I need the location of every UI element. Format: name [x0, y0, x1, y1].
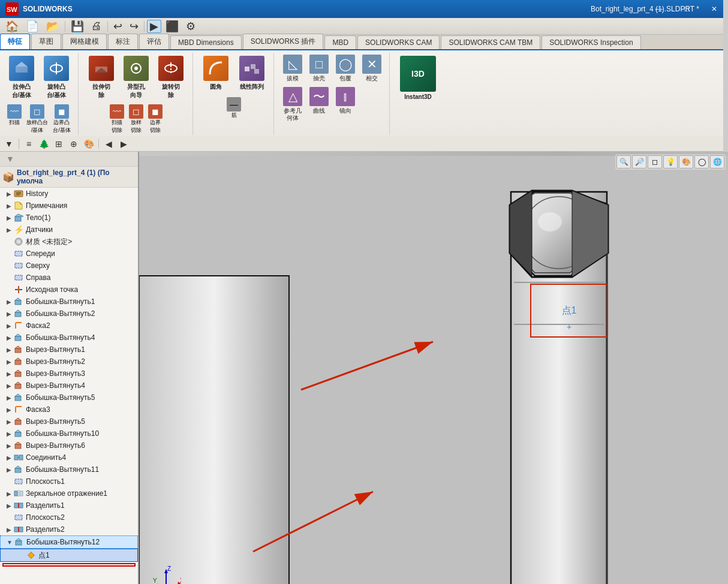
- tree-item-material[interactable]: ▶ 材质 <未指定>: [0, 236, 138, 248]
- tree-item-fillet3[interactable]: ▶ Фаска3: [0, 404, 138, 416]
- svg-marker-52: [15, 442, 21, 444]
- tab-mesh-modeling[interactable]: 网格建模: [62, 34, 107, 49]
- intersect-button[interactable]: ✕ 相交: [359, 53, 384, 84]
- hole-wizard-button[interactable]: 异型孔向导: [119, 53, 153, 103]
- window-controls: — □ ✕: [645, 0, 728, 18]
- tree-item-split1[interactable]: ▶ Разделить1: [0, 499, 138, 511]
- sweep-button[interactable]: 〰 扫描: [5, 104, 23, 135]
- view-btn-3[interactable]: ◻: [648, 155, 662, 168]
- tree-item-notes[interactable]: ▶ Примечания: [0, 200, 138, 212]
- view-btn-7[interactable]: 🌐: [710, 155, 724, 168]
- settings-button[interactable]: ⚙: [183, 20, 198, 33]
- tab-mbd[interactable]: MBD: [324, 35, 356, 49]
- stb-filter-button[interactable]: ▼: [2, 138, 16, 150]
- tab-sketch[interactable]: 草图: [31, 34, 61, 49]
- tree-item-boss5[interactable]: ▶ Бобышка-Вытянуть5: [0, 392, 138, 404]
- wrap-button[interactable]: ◯ 包覆: [333, 53, 358, 84]
- revolve-boss-button[interactable]: 旋转凸台/基体: [40, 53, 73, 103]
- tree-item-boss2[interactable]: ▶ Бобышка-Вытянуть2: [0, 308, 138, 320]
- tree-item-boss1[interactable]: ▶ Бобышка-Вытянуть1: [0, 296, 138, 308]
- tree-item-point1[interactable]: ▶ 点1: [0, 549, 138, 562]
- tab-sw-plugins[interactable]: SOLIDWORKS 插件: [243, 34, 324, 49]
- curve-button[interactable]: 〜 曲线: [306, 85, 332, 124]
- home-button[interactable]: 🏠: [2, 20, 22, 33]
- tree-item-mirror1[interactable]: ▶ Зеркальное отражение1: [0, 487, 138, 499]
- tree-item-top[interactable]: ▶ Сверху: [0, 260, 138, 272]
- tree-item-cut1[interactable]: ▶ Вырез-Вытянуть1: [0, 344, 138, 356]
- instant3d-button[interactable]: I3D Instant3D: [396, 53, 440, 103]
- tab-features[interactable]: 特征: [0, 34, 30, 49]
- tree-item-cut5[interactable]: ▶ Вырез-Вытянуть5: [0, 416, 138, 428]
- stb-tree-button[interactable]: 🌲: [37, 138, 50, 150]
- stb-list-button[interactable]: ≡: [22, 138, 35, 150]
- extrude-boss-button[interactable]: 拉伸凸台/基体: [5, 53, 38, 103]
- stb-next-button[interactable]: ▶: [117, 138, 130, 150]
- open-button[interactable]: 📂: [43, 20, 62, 33]
- tree-item-plane1[interactable]: ▶ Плоскость1: [0, 475, 138, 487]
- tree-item-cut3[interactable]: ▶ Вырез-Вытянуть3: [0, 368, 138, 380]
- tab-sw-cam[interactable]: SOLIDWORKS CAM: [357, 35, 440, 49]
- view-btn-2[interactable]: 🔎: [632, 155, 646, 168]
- loft-cut-button[interactable]: ◻ 放样切除: [127, 104, 145, 135]
- redo-button[interactable]: ↪: [127, 20, 142, 33]
- boss10-label: Бобышка-Вытянуть10: [26, 429, 99, 438]
- tree-item-sensors[interactable]: ▶ ⚡ Датчики: [0, 224, 138, 236]
- view-btn-5[interactable]: 🎨: [679, 155, 693, 168]
- mirror-button[interactable]: ⫿ 镜向: [333, 85, 358, 124]
- tree-item-boss10[interactable]: ▶ Бобышка-Вытянуть10: [0, 428, 138, 439]
- view-btn-6[interactable]: ◯: [694, 155, 709, 168]
- tree-item-fillet2[interactable]: ▶ Фаска2: [0, 320, 138, 332]
- tree-item-solid[interactable]: ▶ Тело(1): [0, 212, 138, 224]
- save-button[interactable]: 💾: [68, 20, 87, 33]
- tab-evaluate[interactable]: 评估: [139, 34, 169, 49]
- view-btn-4[interactable]: 💡: [663, 155, 678, 168]
- maximize-button[interactable]: □: [673, 0, 700, 18]
- boundary-boss-button[interactable]: ◼ 边界凸台/基体: [51, 104, 73, 135]
- tree-item-boss12[interactable]: ▼ Бобышка-Вытянуть12: [0, 535, 138, 549]
- stop-button[interactable]: ⬛: [163, 20, 182, 33]
- shell-button[interactable]: □ 抽壳: [306, 53, 332, 84]
- tab-sw-inspection[interactable]: SOLIDWORKS Inspection: [542, 35, 640, 49]
- select-button[interactable]: ▶: [147, 20, 161, 33]
- rib-button[interactable]: — 筋: [225, 97, 243, 120]
- draft-button[interactable]: ◺ 拔模: [280, 53, 305, 84]
- canvas-area[interactable]: 点1 + 🔍 🔎 ◻ 💡: [139, 152, 728, 584]
- new-button[interactable]: 📄: [23, 20, 42, 33]
- tree-item-join4[interactable]: ▶ Соединить4: [0, 451, 138, 463]
- tab-mbd-dim[interactable]: MBD Dimensions: [170, 35, 242, 49]
- tab-markup[interactable]: 标注: [108, 34, 138, 49]
- tree-item-boss4[interactable]: ▶ Бобышка-Вытянуть4: [0, 332, 138, 344]
- tab-sw-cam-tbm[interactable]: SOLIDWORKS CAM TBM: [441, 35, 540, 49]
- expand-icon-fillet3: ▶: [5, 405, 13, 414]
- stb-prev-button[interactable]: ◀: [102, 138, 115, 150]
- revolve-cut-button[interactable]: 旋转切除: [154, 53, 188, 103]
- stb-grid-button[interactable]: ⊞: [52, 138, 65, 150]
- fillet-button[interactable]: 圆角: [199, 53, 233, 94]
- tree-item-right[interactable]: ▶ Справа: [0, 272, 138, 284]
- print-button[interactable]: 🖨: [88, 20, 105, 33]
- minimize-button[interactable]: —: [645, 0, 673, 18]
- view-btn-1[interactable]: 🔍: [616, 155, 631, 168]
- tree-item-front[interactable]: ▶ Спереди: [0, 248, 138, 260]
- linear-pattern-button[interactable]: 线性阵列: [235, 53, 269, 94]
- stb-plus-button[interactable]: ⊕: [67, 138, 80, 150]
- tree-item-history[interactable]: ▶ History: [0, 188, 138, 200]
- boundary-cut-button[interactable]: ◼ 边界切除: [146, 104, 164, 135]
- undo-button[interactable]: ↩: [110, 20, 125, 33]
- tree-item-cut2[interactable]: ▶ Вырез-Вытянуть2: [0, 356, 138, 368]
- tree-item-split2[interactable]: ▶ Разделить2: [0, 523, 138, 535]
- svg-rect-2: [16, 67, 28, 73]
- stb-palette-button[interactable]: 🎨: [82, 138, 95, 150]
- tree-item-origin[interactable]: ▶ Исходная точка: [0, 284, 138, 296]
- svg-rect-26: [15, 263, 22, 268]
- expand-icon-cut2: ▶: [5, 357, 13, 366]
- ref-geom-button[interactable]: △ 参考几何体: [280, 85, 305, 124]
- sweep-cut-button[interactable]: 〰 扫描切除: [108, 104, 126, 135]
- tree-item-plane2[interactable]: ▶ Плоскость2: [0, 511, 138, 523]
- extrude-cut-button[interactable]: 拉伸切除: [85, 53, 118, 103]
- tree-item-boss11[interactable]: ▶ Бобышка-Вытянуть11: [0, 463, 138, 475]
- tree-item-cut6[interactable]: ▶ Вырез-Вытянуть6: [0, 439, 138, 451]
- loft-button[interactable]: ◻ 放样凸台/基体: [25, 104, 50, 135]
- tree-item-cut4[interactable]: ▶ Вырез-Вытянуть4: [0, 380, 138, 392]
- tree-root-item[interactable]: 📦 Bot_right_leg_prt_4 (1) (По умолча: [0, 167, 138, 188]
